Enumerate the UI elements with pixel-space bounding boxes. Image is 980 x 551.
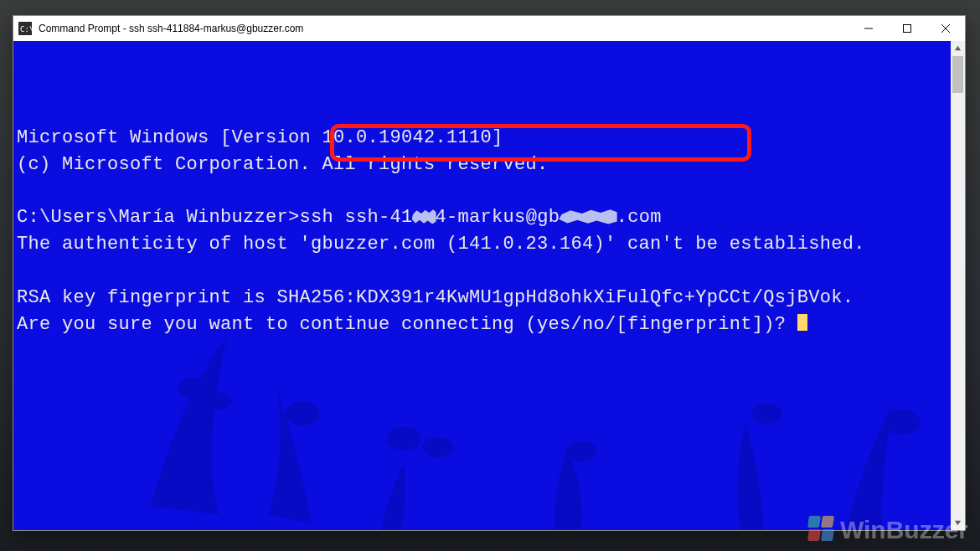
ssh-command: ssh ssh-41 bbox=[300, 207, 413, 228]
close-button[interactable] bbox=[926, 16, 965, 41]
svg-point-13 bbox=[883, 409, 920, 435]
svg-rect-3 bbox=[904, 25, 911, 33]
redaction: 18 bbox=[413, 207, 436, 228]
ssh-command: 4-markus@gb bbox=[436, 207, 560, 228]
titlebar[interactable]: C:\ Command Prompt - ssh ssh-411884-mark… bbox=[13, 16, 965, 41]
term-line: The authenticity of host 'gbuzzer.com (1… bbox=[17, 234, 865, 255]
svg-point-6 bbox=[178, 378, 208, 398]
svg-point-12 bbox=[751, 404, 781, 424]
watermark-text: WinBuzzer bbox=[840, 516, 968, 544]
ssh-command: .com bbox=[616, 207, 662, 228]
watermark: WinBuzzer bbox=[807, 516, 968, 544]
minimize-button[interactable] bbox=[849, 16, 888, 41]
scroll-up-button[interactable] bbox=[951, 41, 965, 55]
svg-text:C:\: C:\ bbox=[20, 25, 32, 33]
svg-point-9 bbox=[387, 427, 420, 451]
svg-point-7 bbox=[205, 393, 232, 409]
scrollbar[interactable] bbox=[951, 41, 965, 530]
term-line: Are you sure you want to continue connec… bbox=[17, 314, 797, 335]
terminal[interactable]: Microsoft Windows [Version 10.0.19042.11… bbox=[13, 41, 951, 530]
cursor bbox=[797, 314, 807, 331]
cmd-icon: C:\ bbox=[18, 22, 32, 35]
maximize-button[interactable] bbox=[888, 16, 926, 41]
annotation-highlight bbox=[330, 124, 751, 162]
svg-point-8 bbox=[286, 402, 319, 425]
redaction: uzzer bbox=[560, 207, 616, 228]
cmd-window: C:\ Command Prompt - ssh ssh-411884-mark… bbox=[13, 15, 966, 531]
term-line: RSA key fingerprint is SHA256:KDX391r4Kw… bbox=[17, 287, 854, 308]
scroll-thumb[interactable] bbox=[952, 56, 963, 93]
window-title: Command Prompt - ssh ssh-411884-markus@g… bbox=[39, 23, 849, 34]
svg-point-11 bbox=[565, 441, 596, 461]
svg-marker-15 bbox=[955, 46, 961, 50]
prompt: C:\Users\María Winbuzzer> bbox=[17, 207, 300, 228]
svg-point-10 bbox=[422, 437, 452, 457]
terminal-area: Microsoft Windows [Version 10.0.19042.11… bbox=[13, 41, 965, 530]
window-controls bbox=[849, 16, 965, 41]
watermark-logo-icon bbox=[807, 516, 835, 544]
